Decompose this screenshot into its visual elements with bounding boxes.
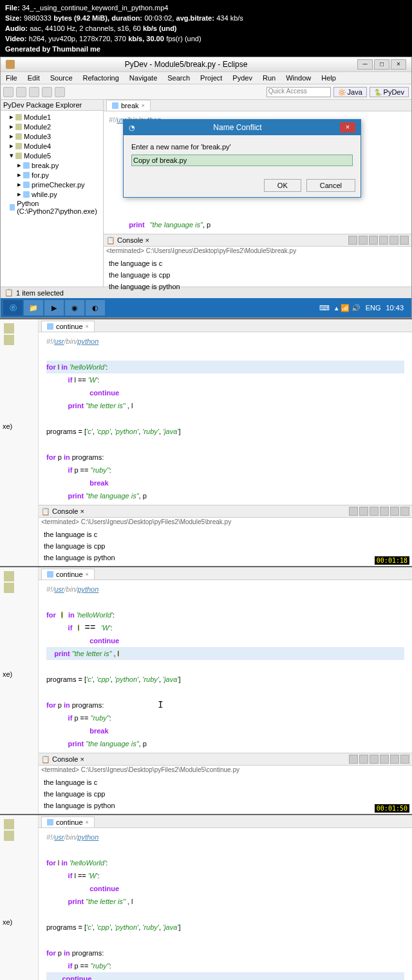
console-icon[interactable] xyxy=(359,236,368,245)
tree-item[interactable]: ▸primeChecker.py xyxy=(2,180,102,189)
menu-search[interactable]: Search xyxy=(165,73,192,82)
outline-icon[interactable] xyxy=(4,323,14,334)
console-icon[interactable] xyxy=(380,755,389,764)
editor-tab[interactable]: continue × xyxy=(41,816,95,827)
console-output: the language is cthe language is cppthe … xyxy=(39,774,412,814)
console-icon[interactable] xyxy=(380,507,389,516)
console-tab[interactable]: 📋 Console × xyxy=(106,236,149,245)
tray-icon: ▴ 📶 🔊 xyxy=(335,304,360,312)
ok-button[interactable]: OK xyxy=(264,179,301,192)
code-editor[interactable]: #!/usr/bin/python for l in 'helloWorld':… xyxy=(39,828,412,980)
tree-item[interactable]: ▸Module4 xyxy=(2,141,102,151)
console-output: the language is cthe language is cppthe … xyxy=(39,526,412,566)
dialog-icon: ◔ xyxy=(129,124,135,132)
maximize-button[interactable]: □ xyxy=(374,59,389,70)
perspective-pydev[interactable]: 🐍 PyDev xyxy=(370,87,409,97)
tree-item[interactable]: ▸Module2 xyxy=(2,122,102,131)
terminated-line: <terminated> C:\Users\Igneus\Desktop\pyF… xyxy=(39,766,412,774)
tree-item[interactable]: ▾Module5 xyxy=(2,151,102,160)
menu-file[interactable]: File xyxy=(3,73,20,82)
console-icon[interactable] xyxy=(359,755,368,764)
outline-gutter: xe) xyxy=(0,567,39,814)
code-editor[interactable]: #!/usr/bin/python for l in 'helloWorld':… xyxy=(39,332,412,505)
console-icon[interactable] xyxy=(390,507,399,516)
eclipse-icon xyxy=(6,60,15,69)
console-output: the language is cthe language is cppthe … xyxy=(104,255,411,295)
tree-item[interactable]: ▸break.py xyxy=(2,160,102,170)
editor-tab[interactable]: continue × xyxy=(41,321,95,332)
tree-item[interactable]: ▸while.py xyxy=(2,189,102,199)
tree-item[interactable]: ▸Module3 xyxy=(2,131,102,141)
eclipse-taskbar-icon[interactable]: ◐ xyxy=(86,300,105,316)
console-icon[interactable] xyxy=(390,755,399,764)
outline-gutter: xe) xyxy=(0,815,39,980)
menu-project[interactable]: Project xyxy=(198,73,225,82)
code-editor[interactable]: #!/usr/bin/python for l in 'helloWorld':… xyxy=(39,580,412,753)
dialog-label: Enter a new name for 'break.py' xyxy=(131,143,353,151)
window-title: PyDev - Module5/break.py - Eclipse xyxy=(19,60,353,69)
language-indicator[interactable]: ENG xyxy=(366,304,381,312)
console-icon[interactable] xyxy=(349,507,358,516)
editor-tab[interactable]: continue × xyxy=(41,569,95,580)
outline-icon[interactable] xyxy=(4,831,14,841)
editor-tab[interactable]: break × xyxy=(106,100,151,111)
console-icon[interactable] xyxy=(369,236,378,245)
outline-gutter: xe) xyxy=(0,319,39,566)
chrome-icon[interactable]: ◉ xyxy=(65,300,84,316)
timestamp: 00:01:18 xyxy=(375,556,409,565)
console-icon[interactable] xyxy=(348,236,357,245)
menu-window[interactable]: Window xyxy=(283,73,314,82)
toolbar-button[interactable] xyxy=(55,87,65,97)
menu-refactoring[interactable]: Refactoring xyxy=(80,73,122,82)
filename-input[interactable] xyxy=(131,155,353,166)
outline-icon[interactable] xyxy=(4,335,14,345)
media-icon[interactable]: ▶ xyxy=(44,300,64,316)
console-icon[interactable] xyxy=(370,755,379,764)
eclipse-window: PyDev - Module5/break.py - Eclipse ─ □ ×… xyxy=(0,57,412,318)
console-icon[interactable] xyxy=(349,755,358,764)
console-tab[interactable]: 📋 Console × xyxy=(41,755,84,764)
close-icon[interactable]: × xyxy=(142,102,145,109)
close-button[interactable]: × xyxy=(391,59,406,70)
explorer-icon[interactable]: 📁 xyxy=(24,300,43,316)
dialog-close-button[interactable]: × xyxy=(340,122,355,133)
toolbar-button[interactable] xyxy=(42,87,52,97)
frame-3: xe) continue × #!/usr/bin/python for l i… xyxy=(0,566,412,814)
toolbar-button[interactable] xyxy=(16,87,26,97)
perspective-java[interactable]: 🔆 Java xyxy=(333,87,367,97)
quick-access-input[interactable]: Quick Access xyxy=(267,87,331,97)
console-icon[interactable] xyxy=(379,236,388,245)
menubar: File Edit Source Refactoring Navigate Se… xyxy=(1,72,411,84)
clock[interactable]: 10:43 xyxy=(386,304,404,312)
tree-item[interactable]: ▸for.py xyxy=(2,170,102,180)
menu-run[interactable]: Run xyxy=(260,73,278,82)
console-icon[interactable] xyxy=(400,236,409,245)
menu-source[interactable]: Source xyxy=(48,73,75,82)
menu-navigate[interactable]: Navigate xyxy=(127,73,160,82)
explorer-title: PyDev Package Explorer xyxy=(3,101,82,109)
keyboard-icon[interactable]: ⌨ xyxy=(319,304,330,312)
taskbar: ⓔ 📁 ▶ ◉ ◐ ⌨ ▴ 📶 🔊 ENG 10:43 xyxy=(1,298,411,317)
menu-pydev[interactable]: Pydev xyxy=(230,73,255,82)
cancel-button[interactable]: Cancel xyxy=(306,179,355,192)
ie-icon[interactable]: ⓔ xyxy=(3,300,23,316)
tree-item[interactable]: ▸Module1 xyxy=(2,112,102,122)
minimize-button[interactable]: ─ xyxy=(357,59,373,70)
console-icon[interactable] xyxy=(389,236,398,245)
console-icon[interactable] xyxy=(400,755,409,764)
package-explorer: PyDev Package Explorer ▸Module1 ▸Module2… xyxy=(1,100,104,287)
outline-icon[interactable] xyxy=(4,583,14,593)
console-icon[interactable] xyxy=(370,507,379,516)
console-tab[interactable]: 📋 Console × xyxy=(41,507,84,516)
outline-icon[interactable] xyxy=(4,571,14,581)
tree-item[interactable]: Python (C:\Python27\python.exe) xyxy=(2,199,102,216)
toolbar-button[interactable] xyxy=(3,87,14,97)
console-icon[interactable] xyxy=(400,507,409,516)
toolbar-button[interactable] xyxy=(29,87,39,97)
menu-edit[interactable]: Edit xyxy=(25,73,42,82)
console-icon[interactable] xyxy=(359,507,368,516)
outline-icon[interactable] xyxy=(4,819,14,829)
menu-help[interactable]: Help xyxy=(319,73,339,82)
frame-4: xe) continue × #!/usr/bin/python for l i… xyxy=(0,814,412,980)
status-icon: 📋 xyxy=(5,288,14,297)
